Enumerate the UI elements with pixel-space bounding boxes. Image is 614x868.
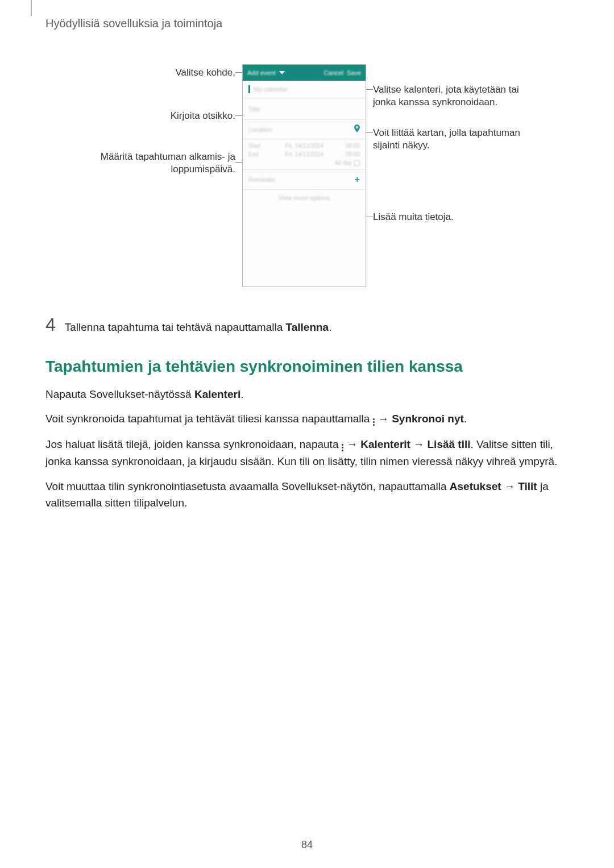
- p2-pre: Voit synkronoida tapahtumat ja tehtävät …: [45, 413, 373, 425]
- p3-arrow2: →: [410, 438, 428, 450]
- mock-row-location: Location: [243, 120, 366, 139]
- p3-b1: Kalenterit: [360, 438, 410, 450]
- mock-save: Save: [347, 69, 361, 76]
- connector: [366, 217, 373, 217]
- p3-pre: Jos haluat lisätä tilejä, joiden kanssa …: [45, 438, 342, 450]
- mock-calendar-label: My calendar: [254, 86, 288, 93]
- connector: [235, 162, 242, 163]
- p1-post: .: [240, 388, 243, 400]
- paragraph-3: Jos haluat lisätä tilejä, joiden kanssa …: [45, 436, 569, 470]
- p4-pre: Voit muuttaa tilin synkronointiasetusta …: [45, 480, 450, 492]
- p3-arrow1: →: [344, 438, 361, 450]
- dropdown-icon: [279, 71, 285, 74]
- mock-date-end: EndFri, 14/11/201409:00: [248, 151, 360, 157]
- mock-row-calendar: My calendar: [243, 81, 366, 98]
- callout-select-target: Valitse kohde.: [175, 67, 235, 79]
- mock-location-field: Location: [248, 126, 272, 133]
- p3-b2: Lisää tili: [428, 438, 471, 450]
- step-4: 4 Tallenna tapahtuma tai tehtävä napautt…: [45, 315, 569, 334]
- callout-attach-map: Voit liittää kartan, jolla tapahtuman si…: [373, 127, 525, 152]
- step-text-post: .: [329, 321, 331, 333]
- paragraph-1: Napauta Sovellukset-näytössä Kalenteri.: [45, 386, 569, 402]
- mock-view-more: View more options: [243, 190, 366, 206]
- mock-row-reminder: Reminder +: [243, 170, 366, 190]
- header-rule: [31, 0, 32, 16]
- step-text-pre: Tallenna tapahtuma tai tehtävä napauttam…: [65, 321, 286, 333]
- paragraph-4: Voit muuttaa tilin synkronointiasetusta …: [45, 478, 569, 512]
- mock-row-dates: StartFri, 14/11/201408:00 EndFri, 14/11/…: [243, 139, 366, 170]
- mock-topbar: Add event Cancel Save: [243, 65, 366, 81]
- paragraph-2: Voit synkronoida tapahtumat ja tehtävät …: [45, 410, 569, 427]
- p2-post: .: [464, 413, 467, 425]
- diagram: Valitse kohde. Kirjoita otsikko. Määritä…: [45, 64, 569, 287]
- p4-b1: Asetukset: [450, 480, 501, 492]
- step-number: 4: [45, 315, 56, 334]
- phone-mock: Add event Cancel Save My calendar Title …: [242, 64, 366, 287]
- p1-bold: Kalenteri: [194, 388, 240, 400]
- connector: [366, 132, 373, 133]
- checkbox-icon: [354, 160, 360, 166]
- mock-date-start: StartFri, 14/11/201408:00: [248, 143, 360, 149]
- mock-reminder-label: Reminder: [248, 176, 276, 183]
- mock-topbar-title: Add event: [247, 69, 276, 76]
- section-heading: Tapahtumien ja tehtävien synkronoiminen …: [45, 358, 569, 376]
- mock-cancel: Cancel: [324, 69, 343, 76]
- mock-allday: All day: [248, 160, 360, 166]
- p2-arrow: →: [375, 413, 392, 425]
- pin-icon: [354, 124, 360, 134]
- callout-write-title: Kirjoita otsikko.: [171, 110, 235, 122]
- step-text-bold: Tallenna: [286, 321, 329, 333]
- mock-title-field: Title: [248, 106, 260, 113]
- connector: [235, 115, 242, 116]
- page-header: Hyödyllisiä sovelluksia ja toimintoja: [45, 17, 569, 30]
- connector: [366, 89, 373, 90]
- callout-more-info: Lisää muita tietoja.: [373, 211, 454, 223]
- step-text: Tallenna tapahtuma tai tehtävä napauttam…: [65, 321, 332, 334]
- callout-select-calendar: Valitse kalenteri, jota käytetään tai jo…: [373, 84, 525, 109]
- callouts-right: Valitse kalenteri, jota käytetään tai jo…: [366, 64, 525, 287]
- mock-row-title: Title: [243, 98, 366, 120]
- page-number: 84: [0, 839, 614, 851]
- callout-set-dates: Määritä tapahtuman alkamis- ja loppumisp…: [89, 151, 235, 176]
- plus-icon: +: [355, 175, 360, 185]
- callouts-left: Valitse kohde. Kirjoita otsikko. Määritä…: [89, 64, 242, 287]
- accent-bar: [248, 85, 250, 93]
- connector: [235, 72, 242, 73]
- p1-pre: Napauta Sovellukset-näytössä: [45, 388, 194, 400]
- p2-bold: Synkronoi nyt: [392, 413, 464, 425]
- p4-arrow: →: [501, 480, 518, 492]
- p4-b2: Tilit: [518, 480, 537, 492]
